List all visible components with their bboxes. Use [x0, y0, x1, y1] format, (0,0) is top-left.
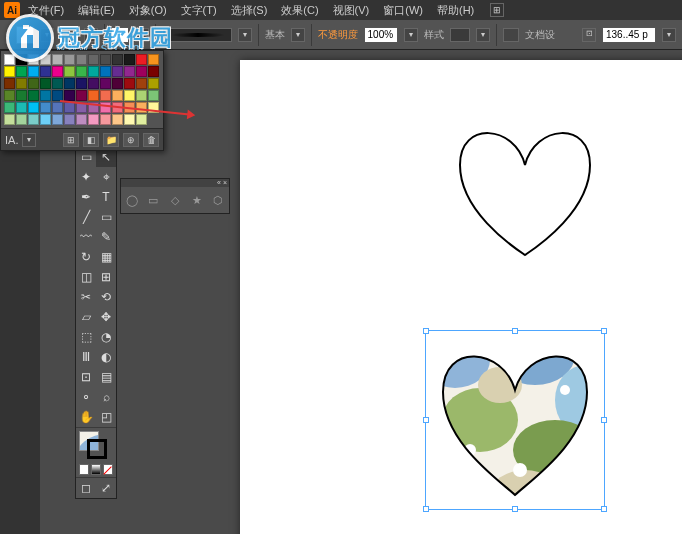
- graphic-style-dropdown[interactable]: ▾: [476, 28, 490, 42]
- swatch-15[interactable]: [28, 66, 39, 77]
- tool-4[interactable]: ✒: [76, 187, 96, 207]
- swatch-69[interactable]: [52, 114, 63, 125]
- swatch-20[interactable]: [88, 66, 99, 77]
- tool-10[interactable]: ↻: [76, 247, 96, 267]
- swatch-41[interactable]: [28, 90, 39, 101]
- swatch-56[interactable]: [52, 102, 63, 113]
- style-dropdown[interactable]: ▾: [291, 28, 305, 42]
- swatch-42[interactable]: [40, 90, 51, 101]
- tool-11[interactable]: ▦: [96, 247, 116, 267]
- selection-bounding-box[interactable]: [425, 330, 605, 510]
- swatch-23[interactable]: [124, 66, 135, 77]
- menu-window[interactable]: 窗口(W): [377, 1, 429, 20]
- tool-13[interactable]: ⊞: [96, 267, 116, 287]
- shape-options-panel[interactable]: « × ◯▭◇★⬡: [120, 178, 230, 214]
- swatch-24[interactable]: [136, 66, 147, 77]
- screen-mode-full-icon[interactable]: ⤢: [96, 478, 116, 498]
- swatch-30[interactable]: [52, 78, 63, 89]
- align-icon[interactable]: [503, 28, 519, 42]
- layout-icon[interactable]: ⊞: [490, 3, 504, 17]
- swatch-73[interactable]: [100, 114, 111, 125]
- swatch-13[interactable]: [4, 66, 15, 77]
- selection-handle-nw[interactable]: [423, 328, 429, 334]
- swatch-66[interactable]: [16, 114, 27, 125]
- tool-23[interactable]: ▤: [96, 367, 116, 387]
- tool-19[interactable]: ◔: [96, 327, 116, 347]
- color-mode-solid[interactable]: [79, 464, 89, 475]
- selection-handle-w[interactable]: [423, 417, 429, 423]
- swatch-16[interactable]: [40, 66, 51, 77]
- swatches-panel[interactable]: IA. ▾ ⊞ ◧ 📁 ⊕ 🗑: [0, 50, 164, 151]
- selection-handle-ne[interactable]: [601, 328, 607, 334]
- swatch-19[interactable]: [76, 66, 87, 77]
- tool-9[interactable]: ✎: [96, 227, 116, 247]
- brush-dropdown[interactable]: ▾: [238, 28, 252, 42]
- shape-options-header[interactable]: « ×: [121, 179, 229, 187]
- menu-view[interactable]: 视图(V): [327, 1, 376, 20]
- swatch-36[interactable]: [124, 78, 135, 89]
- tool-3[interactable]: ⌖: [96, 167, 116, 187]
- shape-option-0[interactable]: ◯: [125, 193, 139, 207]
- graphic-style-swatch[interactable]: [450, 28, 470, 42]
- fill-stroke-proxy[interactable]: [79, 431, 107, 459]
- new-group-icon[interactable]: 📁: [103, 133, 119, 147]
- swatch-71[interactable]: [76, 114, 87, 125]
- swatch-51[interactable]: [148, 90, 159, 101]
- delete-swatch-icon[interactable]: 🗑: [143, 133, 159, 147]
- menu-help[interactable]: 帮助(H): [431, 1, 480, 20]
- swatch-44[interactable]: [64, 90, 75, 101]
- swatch-options-icon[interactable]: ◧: [83, 133, 99, 147]
- swatch-48[interactable]: [112, 90, 123, 101]
- tool-18[interactable]: ⬚: [76, 327, 96, 347]
- new-swatch-icon[interactable]: ⊕: [123, 133, 139, 147]
- swatch-53[interactable]: [16, 102, 27, 113]
- heart-shape-filled-group[interactable]: [425, 330, 605, 510]
- shape-option-3[interactable]: ★: [190, 193, 204, 207]
- tool-12[interactable]: ◫: [76, 267, 96, 287]
- swatch-75[interactable]: [124, 114, 135, 125]
- swatch-18[interactable]: [64, 66, 75, 77]
- tool-21[interactable]: ◐: [96, 347, 116, 367]
- swatch-45[interactable]: [76, 90, 87, 101]
- swatch-34[interactable]: [100, 78, 111, 89]
- tool-14[interactable]: ✂: [76, 287, 96, 307]
- swatch-67[interactable]: [28, 114, 39, 125]
- color-mode-none[interactable]: [103, 464, 113, 475]
- tool-27[interactable]: ◰: [96, 407, 116, 427]
- swatch-22[interactable]: [112, 66, 123, 77]
- swatch-33[interactable]: [88, 78, 99, 89]
- swatch-39[interactable]: [4, 90, 15, 101]
- swatch-libraries-icon[interactable]: ⊞: [63, 133, 79, 147]
- swatch-49[interactable]: [124, 90, 135, 101]
- heart-shape-outline[interactable]: [440, 110, 610, 260]
- tool-22[interactable]: ⊡: [76, 367, 96, 387]
- swatch-28[interactable]: [28, 78, 39, 89]
- tool-2[interactable]: ✦: [76, 167, 96, 187]
- tool-8[interactable]: 〰: [76, 227, 96, 247]
- swatch-40[interactable]: [16, 90, 27, 101]
- tool-26[interactable]: ✋: [76, 407, 96, 427]
- tool-6[interactable]: ╱: [76, 207, 96, 227]
- menu-select[interactable]: 选择(S): [225, 1, 274, 20]
- coord-dropdown[interactable]: ▾: [662, 28, 676, 42]
- ref-point-icon[interactable]: ⊡: [582, 28, 596, 42]
- shape-option-2[interactable]: ◇: [168, 193, 182, 207]
- opacity-dropdown[interactable]: ▾: [404, 28, 418, 42]
- swatch-37[interactable]: [136, 78, 147, 89]
- coord-input[interactable]: [602, 27, 656, 43]
- swatch-31[interactable]: [64, 78, 75, 89]
- tool-5[interactable]: T: [96, 187, 116, 207]
- shape-option-4[interactable]: ⬡: [211, 193, 225, 207]
- swatch-68[interactable]: [40, 114, 51, 125]
- screen-mode-normal-icon[interactable]: ◻: [76, 478, 96, 498]
- toolbox[interactable]: × ▭↖✦⌖✒T╱▭〰✎↻▦◫⊞✂⟲▱✥⬚◔Ⅲ◐⊡▤⚬⌕✋◰ ◻ ⤢: [75, 138, 117, 499]
- tool-17[interactable]: ✥: [96, 307, 116, 327]
- swatch-kind-dropdown[interactable]: ▾: [22, 133, 36, 147]
- menu-type[interactable]: 文字(T): [175, 1, 223, 20]
- swatch-54[interactable]: [28, 102, 39, 113]
- swatch-29[interactable]: [40, 78, 51, 89]
- swatch-47[interactable]: [100, 90, 111, 101]
- swatch-57[interactable]: [64, 102, 75, 113]
- tool-20[interactable]: Ⅲ: [76, 347, 96, 367]
- tool-25[interactable]: ⌕: [96, 387, 116, 407]
